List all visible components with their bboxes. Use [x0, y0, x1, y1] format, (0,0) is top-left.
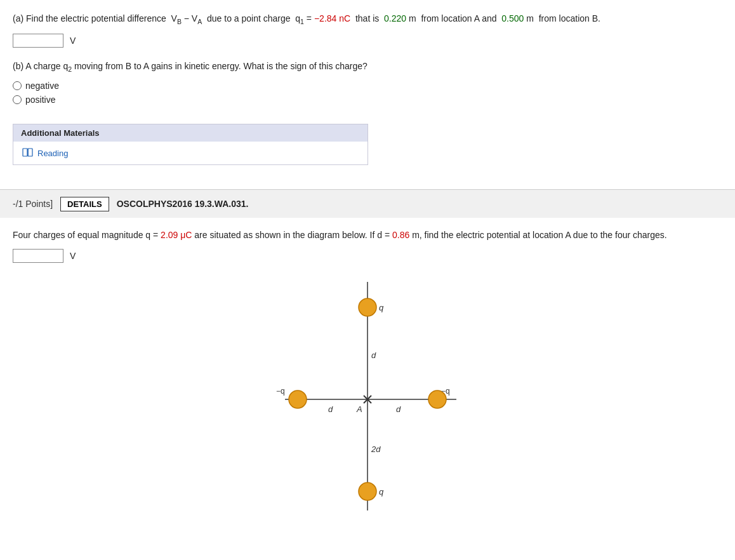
part-a-unit: V: [70, 36, 76, 46]
q-value: 2.09: [161, 230, 178, 240]
book-icon: [22, 148, 34, 158]
bottom-charge: [359, 483, 376, 500]
second-problem-description: Four charges of equal magnitude q = 2.09…: [13, 228, 722, 242]
left-charge: [289, 390, 307, 408]
second-problem-answer-input[interactable]: [13, 249, 63, 263]
radio-negative[interactable]: [13, 81, 22, 90]
points-label: -/1 Points]: [13, 199, 53, 209]
part-b-text: (b) A charge q2 moving from B to A gains…: [13, 61, 368, 71]
q1-value: −2.84: [314, 13, 336, 23]
second-problem-text: Four charges of equal magnitude q = 2.09…: [13, 230, 667, 240]
d-bottom-label: 2d: [371, 444, 381, 454]
left-charge-label: −q: [276, 387, 285, 396]
radio-group: negative positive: [13, 81, 722, 105]
reading-label: Reading: [37, 149, 68, 158]
reading-link[interactable]: Reading: [22, 148, 359, 158]
radio-negative-label: negative: [25, 81, 59, 91]
second-problem-section: Four charges of equal magnitude q = 2.09…: [0, 218, 735, 529]
q1-unit: nC: [336, 13, 350, 23]
svg-rect-0: [23, 149, 27, 156]
d-left-label: d: [328, 404, 333, 414]
bottom-charge-label: q: [379, 487, 384, 497]
dist-a: 0.220: [384, 13, 406, 23]
svg-rect-1: [28, 149, 32, 156]
additional-materials-header: Additional Materials: [13, 124, 368, 142]
charge-diagram-svg: q q −q −q d d d 2d A: [234, 276, 501, 517]
charge-diagram: q q −q −q d d d 2d A: [234, 276, 501, 517]
reading-icon: [22, 148, 34, 158]
part-b-description: (b) A charge q2 moving from B to A gains…: [13, 59, 722, 75]
second-problem-unit: V: [70, 251, 76, 261]
part-a-description: (a) Find the electric potential differen…: [13, 11, 722, 27]
top-charge: [359, 298, 376, 316]
problem-id: OSCOLPHYS2016 19.3.WA.031.: [117, 199, 249, 209]
right-charge-label: −q: [441, 387, 450, 396]
center-a-label: A: [356, 404, 362, 414]
details-button[interactable]: DETAILS: [60, 197, 109, 211]
dist-b: 0.500: [501, 13, 524, 23]
bottom-header-bar: -/1 Points] DETAILS OSCOLPHYS2016 19.3.W…: [0, 190, 735, 218]
part-b-section: (b) A charge q2 moving from B to A gains…: [13, 59, 722, 105]
radio-positive-item: positive: [13, 95, 722, 105]
additional-materials-box: Additional Materials Reading: [13, 124, 368, 165]
d-right-label: d: [396, 404, 401, 414]
top-section: (a) Find the electric potential differen…: [0, 0, 735, 171]
part-a-answer-input[interactable]: [13, 34, 63, 48]
d-value: 0.86: [392, 230, 409, 240]
radio-positive-label: positive: [25, 95, 55, 105]
part-a-text: (a) Find the electric potential differen…: [13, 13, 600, 23]
d-top-label: d: [371, 350, 376, 360]
top-charge-label: q: [379, 303, 384, 312]
radio-positive[interactable]: [13, 95, 22, 104]
additional-materials-body: Reading: [13, 142, 368, 164]
radio-negative-item: negative: [13, 81, 722, 91]
q-unit: μC: [178, 230, 192, 240]
